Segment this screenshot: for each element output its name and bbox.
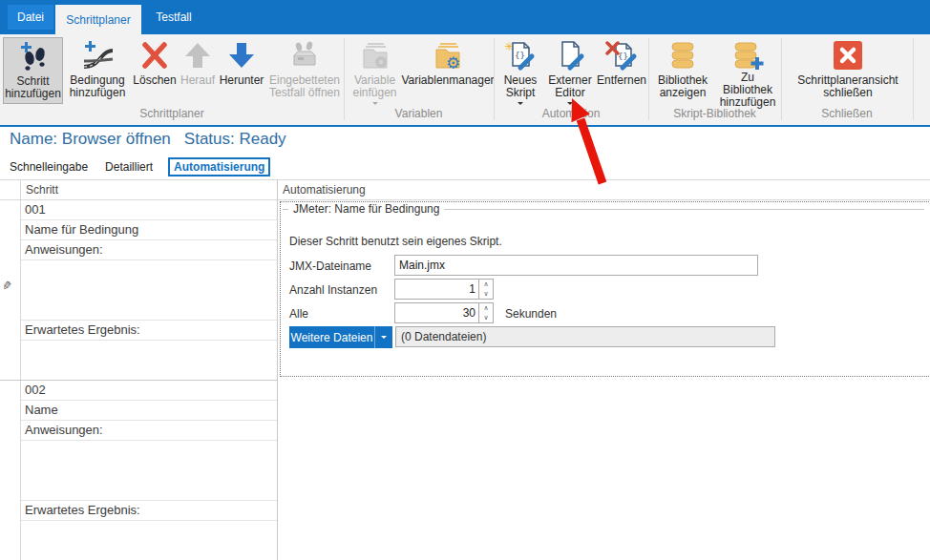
ribbon: Schritt hinzufügen Bedingung hinzufügen xyxy=(0,34,930,125)
close-view-icon xyxy=(833,39,863,74)
add-condition-button[interactable]: Bedingung hinzufügen xyxy=(65,37,130,104)
add-to-library-button[interactable]: Zu Bibliothek hinzufügen xyxy=(715,37,780,104)
step-expected-body[interactable] xyxy=(21,341,277,380)
interval-stepper[interactable]: 30 ∧ ∨ xyxy=(394,302,494,323)
step-column-header: Schritt xyxy=(21,180,277,199)
arrow-up-icon xyxy=(183,39,212,74)
automation-column-header: Automatisierung xyxy=(278,180,930,199)
edit-pencil-icon: ✎ xyxy=(3,279,13,293)
move-up-label: Herauf xyxy=(180,74,215,87)
open-embedded-testcase-button: Eingebetteten Testfall öffnen xyxy=(268,37,341,104)
close-planner-view-button[interactable]: Schrittplaneransicht schließen xyxy=(787,37,909,104)
group-label-variablen: Variablen xyxy=(344,107,494,120)
move-up-button: Herauf xyxy=(179,37,217,104)
panel-separator-line xyxy=(277,179,278,560)
variable-manager-button[interactable]: ⚙ Variablenmanager xyxy=(404,37,492,104)
instance-count-label: Anzahl Instanzen xyxy=(289,283,377,297)
tab-testfall[interactable]: Testfall xyxy=(143,5,204,30)
spinner-up-icon[interactable]: ∧ xyxy=(479,303,493,313)
open-embedded-testcase-label: Eingebetteten Testfall öffnen xyxy=(268,74,341,99)
insert-variable-button: Variable einfügen xyxy=(349,37,401,115)
external-editor-button[interactable]: Externer Editor xyxy=(545,37,595,115)
close-planner-view-label: Schrittplaneransicht schließen xyxy=(787,74,909,99)
show-library-button[interactable]: Bibliothek anzeigen xyxy=(653,37,712,104)
interval-value[interactable]: 30 xyxy=(395,303,478,322)
footprints-add-icon xyxy=(18,40,49,75)
database-icon xyxy=(667,39,698,74)
tab-detailliert[interactable]: Detailliert xyxy=(103,158,155,176)
instance-count-stepper[interactable]: 1 ∧ ∨ xyxy=(394,279,494,300)
delete-button[interactable]: Löschen xyxy=(133,37,177,104)
arrow-down-icon xyxy=(227,39,256,74)
tab-automatisierung[interactable]: Automatisierung xyxy=(168,157,270,176)
group-label-automation: Automation xyxy=(494,107,648,120)
page-title: Name: Browser öffnenStatus: Ready xyxy=(10,130,300,149)
tab-schrittplaner[interactable]: Schrittplaner xyxy=(55,5,141,34)
group-label-skript-bibliothek: Skript-Bibliothek xyxy=(648,107,781,120)
more-files-dropdown[interactable] xyxy=(374,326,392,348)
tab-datei[interactable]: Datei xyxy=(8,5,53,30)
own-script-description: Dieser Schritt benutzt sein eigenes Skri… xyxy=(289,235,502,248)
step-name-cell[interactable]: Name für Bedingung xyxy=(21,220,277,240)
schrittplaner-window: Datei Schrittplaner Testfall Schritt hin… xyxy=(0,0,930,560)
interval-label: Alle xyxy=(289,307,308,321)
stepper-buttons: ∧ ∨ xyxy=(478,280,493,299)
new-script-label: Neues Skript xyxy=(497,74,543,99)
spinner-down-icon[interactable]: ∨ xyxy=(479,289,493,299)
step-instructions-body[interactable] xyxy=(21,260,277,321)
groupbox-title: JMeter: Name für Bedingung xyxy=(288,202,444,216)
svg-text:{}: {} xyxy=(515,51,525,60)
step-name-cell[interactable]: Name xyxy=(21,401,277,421)
interval-unit-label: Sekunden xyxy=(505,307,557,321)
ribbon-tab-bar: Datei Schrittplaner Testfall xyxy=(0,0,930,34)
show-library-label: Bibliothek anzeigen xyxy=(653,74,712,99)
move-down-label: Herunter xyxy=(220,74,264,87)
spinner-down-icon[interactable]: ∨ xyxy=(479,313,493,322)
automation-cell-focus-rect xyxy=(280,201,930,377)
add-step-button[interactable]: Schritt hinzufügen xyxy=(3,37,63,104)
insert-variable-label: Variable einfügen xyxy=(349,74,401,99)
group-separator xyxy=(913,38,914,120)
data-files-readonly-field: (0 Datendateien) xyxy=(395,326,775,347)
step-block-001: 001 Name für Bedingung Anweisungen: Erwa… xyxy=(21,200,277,380)
svg-text:⚙: ⚙ xyxy=(446,53,460,72)
embedded-testcase-icon xyxy=(288,39,321,74)
external-editor-icon xyxy=(554,39,586,74)
new-script-button[interactable]: ✳ {} Neues Skript xyxy=(497,37,543,115)
step-id-cell[interactable]: 002 xyxy=(21,381,277,401)
group-label-schliessen: Schließen xyxy=(781,107,913,120)
step-expected-body[interactable] xyxy=(21,521,277,559)
database-add-icon xyxy=(731,39,764,72)
step-name-text: Name: Browser öffnen xyxy=(10,130,171,148)
add-step-label: Schritt hinzufügen xyxy=(4,75,62,100)
step-instructions-cell[interactable]: Anweisungen: xyxy=(21,421,277,441)
add-to-library-label: Zu Bibliothek hinzufügen xyxy=(715,72,780,109)
add-condition-label: Bedingung hinzufügen xyxy=(65,74,130,99)
move-down-button[interactable]: Herunter xyxy=(219,37,264,104)
jmx-filename-input[interactable]: Main.jmx xyxy=(394,255,758,276)
insert-variable-icon xyxy=(360,39,391,74)
variable-manager-label: Variablenmanager xyxy=(401,74,494,87)
remove-script-label: Entfernen xyxy=(597,74,646,87)
step-block-002: 002 Name Anweisungen: Erwartetes Ergebni… xyxy=(21,381,277,559)
variable-manager-icon: ⚙ xyxy=(433,39,463,74)
step-id-cell[interactable]: 001 xyxy=(21,200,277,220)
remove-script-button[interactable]: {} Entfernen xyxy=(597,37,646,104)
group-label-schrittplaner: Schrittplaner xyxy=(0,107,344,120)
remove-script-icon: {} xyxy=(605,39,638,74)
step-instructions-cell[interactable]: Anweisungen: xyxy=(21,240,277,260)
spinner-up-icon[interactable]: ∧ xyxy=(479,280,493,289)
delete-label: Löschen xyxy=(133,74,176,87)
branch-add-icon xyxy=(81,39,114,74)
dropdown-arrow-icon xyxy=(381,336,387,342)
instance-count-value[interactable]: 1 xyxy=(395,280,478,299)
tab-schnelleingabe[interactable]: Schnelleingabe xyxy=(8,158,90,176)
step-status-text: Status: Ready xyxy=(184,130,286,148)
step-instructions-body[interactable] xyxy=(21,441,277,501)
delete-x-icon xyxy=(140,39,169,74)
step-expected-cell[interactable]: Erwartetes Ergebnis: xyxy=(21,501,277,521)
step-expected-cell[interactable]: Erwartetes Ergebnis: xyxy=(21,321,277,341)
more-files-button[interactable]: Weitere Dateien xyxy=(289,326,392,348)
ribbon-accent-line xyxy=(0,125,930,127)
new-script-icon: ✳ {} xyxy=(504,39,537,74)
